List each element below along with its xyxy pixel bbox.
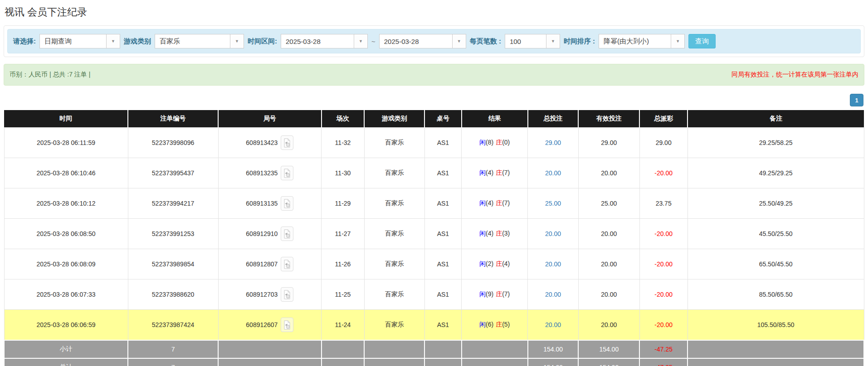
video-replay-button[interactable]: [281, 166, 293, 180]
round-id-text: 608913235: [246, 169, 278, 177]
video-replay-button[interactable]: [281, 226, 293, 241]
cell-game-type: 百家乐: [364, 158, 424, 188]
chevron-down-icon[interactable]: ▼: [546, 34, 560, 48]
cell-table-no: AS1: [424, 310, 462, 341]
cell-round-id: 608913235: [218, 158, 322, 188]
cell-session: 11-26: [322, 249, 365, 279]
cell-total-bet-link[interactable]: 29.00: [528, 128, 579, 158]
round-id-text: 608912807: [246, 260, 278, 268]
chevron-down-icon[interactable]: ▼: [230, 34, 244, 48]
video-file-icon: [283, 229, 291, 239]
total-label: 总计: [4, 358, 128, 366]
video-replay-button[interactable]: [281, 135, 293, 150]
chevron-down-icon[interactable]: ▼: [354, 34, 367, 48]
result-banker-label: 庄: [496, 290, 502, 298]
video-replay-button[interactable]: [281, 287, 293, 302]
cell-session: 11-24: [322, 310, 365, 341]
page-1-button[interactable]: 1: [850, 94, 863, 106]
cell-time: 2025-03-28 06:07:33: [4, 279, 128, 310]
result-player-label: 闲: [479, 290, 486, 298]
chevron-down-icon[interactable]: ▼: [452, 34, 466, 48]
header-remark: 备注: [688, 110, 864, 128]
video-file-icon: [283, 320, 291, 330]
video-replay-button[interactable]: [281, 318, 293, 332]
game-type-value: 百家乐: [155, 37, 230, 46]
cell-session: 11-30: [322, 158, 365, 188]
cell-table-no: AS1: [424, 128, 462, 158]
header-time: 时间: [4, 110, 128, 128]
total-count: 7: [128, 358, 218, 366]
cell-valid-bet: 20.00: [578, 310, 639, 341]
cell-remark: 49.25/29.25: [688, 158, 864, 188]
tilde-separator: ~: [371, 38, 375, 45]
subtotal-payout: -47.25: [639, 340, 688, 358]
cell-round-id: 608912703: [218, 279, 322, 310]
sort-select[interactable]: 降幂(由大到小) ▼: [599, 34, 685, 48]
cell-table-no: AS1: [424, 158, 462, 188]
filter-panel: 请选择: 日期查询 ▼ 游戏类别 百家乐 ▼ 时间区间: 2025-03-28 …: [4, 25, 864, 57]
cell-game-type: 百家乐: [364, 249, 424, 279]
header-payout: 总派彩: [639, 110, 688, 128]
table-row: 2025-03-28 06:10:46 522373995437 6089132…: [4, 158, 864, 188]
result-player-score: (4): [486, 199, 493, 207]
cell-time: 2025-03-28 06:10:46: [4, 158, 128, 188]
cell-total-bet-link[interactable]: 20.00: [528, 249, 579, 279]
cell-total-bet-link[interactable]: 20.00: [528, 310, 579, 341]
cell-session: 11-32: [322, 128, 365, 158]
cell-bet-id: 522373995437: [128, 158, 218, 188]
chevron-down-icon[interactable]: ▼: [671, 34, 684, 48]
video-replay-button[interactable]: [281, 196, 293, 211]
result-player-label: 闲: [479, 139, 486, 146]
query-type-select[interactable]: 日期查询 ▼: [39, 34, 120, 48]
cell-game-type: 百家乐: [364, 310, 424, 341]
cell-time: 2025-03-28 06:08:09: [4, 249, 128, 279]
sort-label: 时间排序 :: [564, 37, 595, 46]
result-banker-score: (7): [502, 169, 510, 176]
cell-time: 2025-03-28 06:11:59: [4, 128, 128, 158]
sort-value: 降幂(由大到小): [599, 37, 671, 46]
cell-remark: 29.25/58.25: [688, 128, 864, 158]
video-replay-button[interactable]: [281, 257, 293, 271]
date-from-select[interactable]: 2025-03-28 ▼: [281, 34, 368, 48]
cell-payout: 29.00: [639, 128, 688, 158]
date-to-select[interactable]: 2025-03-28 ▼: [379, 34, 466, 48]
table-row: 2025-03-28 06:08:09 522373989854 6089128…: [4, 249, 864, 279]
header-result: 结果: [462, 110, 528, 128]
header-round-id: 局号: [218, 110, 322, 128]
cell-result: 闲(4)庄(7): [462, 188, 528, 219]
cell-valid-bet: 29.00: [578, 128, 639, 158]
cell-total-bet-link[interactable]: 20.00: [528, 279, 579, 310]
game-type-select[interactable]: 百家乐 ▼: [155, 34, 244, 48]
cell-total-bet-link[interactable]: 25.00: [528, 188, 579, 219]
cell-total-bet-link[interactable]: 20.00: [528, 158, 579, 188]
subtotal-total-bet: 154.00: [528, 340, 579, 358]
query-type-value: 日期查询: [40, 37, 106, 46]
result-banker-score: (0): [502, 139, 510, 146]
result-banker-score: (4): [502, 260, 510, 267]
header-session: 场次: [322, 110, 365, 128]
chevron-down-icon[interactable]: ▼: [106, 34, 120, 48]
table-footer: 小计 7 154.00 154.00 -47.25 总计 7 154.00 15…: [4, 340, 864, 366]
summary-bar: 币别：人民币 | 总共 :7 注单 | 同局有效投注，统一计算在该局第一张注单内: [4, 64, 864, 86]
game-type-label: 游戏类别: [124, 37, 151, 46]
cell-table-no: AS1: [424, 249, 462, 279]
cell-round-id: 608912807: [218, 249, 322, 279]
table-row: 2025-03-28 06:08:50 522373991253 6089129…: [4, 219, 864, 249]
summary-note: 同局有效投注，统一计算在该局第一张注单内: [731, 71, 858, 79]
page-size-select[interactable]: 100 ▼: [505, 34, 560, 48]
table-row: 2025-03-28 06:07:33 522373988620 6089127…: [4, 279, 864, 310]
search-button[interactable]: 查询: [688, 34, 716, 48]
cell-result: 闲(4)庄(7): [462, 158, 528, 188]
cell-game-type: 百家乐: [364, 188, 424, 219]
result-player-score: (6): [486, 321, 493, 328]
cell-total-bet-link[interactable]: 20.00: [528, 219, 579, 249]
result-banker-score: (7): [502, 290, 510, 298]
total-valid-bet: 154.00: [578, 358, 639, 366]
subtotal-count: 7: [128, 340, 218, 358]
date-to-value: 2025-03-28: [380, 38, 452, 45]
cell-bet-id: 522373991253: [128, 219, 218, 249]
cell-result: 闲(2)庄(4): [462, 249, 528, 279]
page-title: 视讯 会员下注纪录: [5, 5, 863, 19]
pager-top: 1: [5, 94, 863, 106]
result-player-score: (4): [486, 230, 493, 237]
